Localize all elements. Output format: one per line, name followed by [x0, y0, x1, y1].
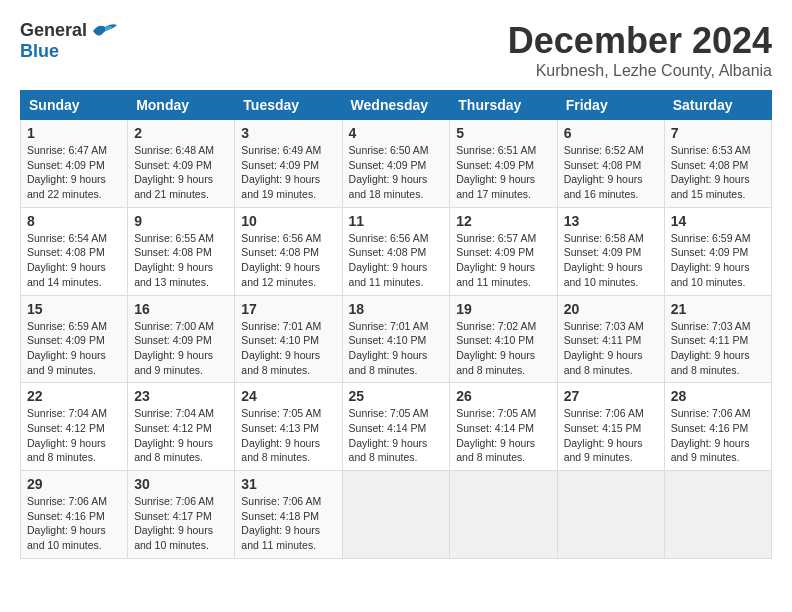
day-number: 9 [134, 213, 228, 229]
day-details: Sunrise: 7:06 AMSunset: 4:16 PMDaylight:… [27, 494, 121, 553]
calendar-cell: 2Sunrise: 6:48 AMSunset: 4:09 PMDaylight… [128, 120, 235, 208]
day-details: Sunrise: 6:54 AMSunset: 4:08 PMDaylight:… [27, 231, 121, 290]
day-details: Sunrise: 6:49 AMSunset: 4:09 PMDaylight:… [241, 143, 335, 202]
day-number: 30 [134, 476, 228, 492]
calendar-cell: 26Sunrise: 7:05 AMSunset: 4:14 PMDayligh… [450, 383, 557, 471]
day-details: Sunrise: 7:04 AMSunset: 4:12 PMDaylight:… [27, 406, 121, 465]
calendar-cell: 6Sunrise: 6:52 AMSunset: 4:08 PMDaylight… [557, 120, 664, 208]
day-number: 12 [456, 213, 550, 229]
calendar-cell: 13Sunrise: 6:58 AMSunset: 4:09 PMDayligh… [557, 207, 664, 295]
day-header-thursday: Thursday [450, 91, 557, 120]
day-details: Sunrise: 7:03 AMSunset: 4:11 PMDaylight:… [671, 319, 765, 378]
day-header-friday: Friday [557, 91, 664, 120]
subtitle: Kurbnesh, Lezhe County, Albania [508, 62, 772, 80]
day-details: Sunrise: 6:56 AMSunset: 4:08 PMDaylight:… [349, 231, 444, 290]
calendar-cell [557, 471, 664, 559]
day-number: 23 [134, 388, 228, 404]
calendar-cell: 16Sunrise: 7:00 AMSunset: 4:09 PMDayligh… [128, 295, 235, 383]
calendar-cell: 4Sunrise: 6:50 AMSunset: 4:09 PMDaylight… [342, 120, 450, 208]
day-number: 8 [27, 213, 121, 229]
day-details: Sunrise: 7:01 AMSunset: 4:10 PMDaylight:… [349, 319, 444, 378]
day-details: Sunrise: 7:06 AMSunset: 4:15 PMDaylight:… [564, 406, 658, 465]
calendar-cell: 19Sunrise: 7:02 AMSunset: 4:10 PMDayligh… [450, 295, 557, 383]
calendar-week-4: 22Sunrise: 7:04 AMSunset: 4:12 PMDayligh… [21, 383, 772, 471]
day-number: 6 [564, 125, 658, 141]
day-details: Sunrise: 7:05 AMSunset: 4:14 PMDaylight:… [349, 406, 444, 465]
logo: General Blue [20, 20, 119, 62]
day-number: 18 [349, 301, 444, 317]
day-number: 15 [27, 301, 121, 317]
day-number: 21 [671, 301, 765, 317]
day-details: Sunrise: 6:59 AMSunset: 4:09 PMDaylight:… [671, 231, 765, 290]
day-number: 5 [456, 125, 550, 141]
day-number: 31 [241, 476, 335, 492]
day-details: Sunrise: 6:57 AMSunset: 4:09 PMDaylight:… [456, 231, 550, 290]
calendar-week-1: 1Sunrise: 6:47 AMSunset: 4:09 PMDaylight… [21, 120, 772, 208]
day-number: 22 [27, 388, 121, 404]
day-details: Sunrise: 7:02 AMSunset: 4:10 PMDaylight:… [456, 319, 550, 378]
day-details: Sunrise: 7:05 AMSunset: 4:14 PMDaylight:… [456, 406, 550, 465]
calendar-week-2: 8Sunrise: 6:54 AMSunset: 4:08 PMDaylight… [21, 207, 772, 295]
day-details: Sunrise: 6:50 AMSunset: 4:09 PMDaylight:… [349, 143, 444, 202]
logo-blue-text: Blue [20, 41, 59, 62]
day-number: 20 [564, 301, 658, 317]
calendar-cell: 21Sunrise: 7:03 AMSunset: 4:11 PMDayligh… [664, 295, 771, 383]
calendar-header-row: SundayMondayTuesdayWednesdayThursdayFrid… [21, 91, 772, 120]
day-details: Sunrise: 6:47 AMSunset: 4:09 PMDaylight:… [27, 143, 121, 202]
day-details: Sunrise: 7:04 AMSunset: 4:12 PMDaylight:… [134, 406, 228, 465]
day-details: Sunrise: 6:56 AMSunset: 4:08 PMDaylight:… [241, 231, 335, 290]
calendar-cell: 28Sunrise: 7:06 AMSunset: 4:16 PMDayligh… [664, 383, 771, 471]
calendar-cell: 20Sunrise: 7:03 AMSunset: 4:11 PMDayligh… [557, 295, 664, 383]
day-details: Sunrise: 6:58 AMSunset: 4:09 PMDaylight:… [564, 231, 658, 290]
day-number: 13 [564, 213, 658, 229]
day-details: Sunrise: 6:59 AMSunset: 4:09 PMDaylight:… [27, 319, 121, 378]
calendar-cell: 10Sunrise: 6:56 AMSunset: 4:08 PMDayligh… [235, 207, 342, 295]
calendar-cell [664, 471, 771, 559]
day-number: 16 [134, 301, 228, 317]
calendar-cell: 15Sunrise: 6:59 AMSunset: 4:09 PMDayligh… [21, 295, 128, 383]
calendar-cell: 14Sunrise: 6:59 AMSunset: 4:09 PMDayligh… [664, 207, 771, 295]
calendar-week-5: 29Sunrise: 7:06 AMSunset: 4:16 PMDayligh… [21, 471, 772, 559]
day-details: Sunrise: 7:06 AMSunset: 4:17 PMDaylight:… [134, 494, 228, 553]
calendar-cell: 8Sunrise: 6:54 AMSunset: 4:08 PMDaylight… [21, 207, 128, 295]
calendar-cell: 1Sunrise: 6:47 AMSunset: 4:09 PMDaylight… [21, 120, 128, 208]
day-number: 14 [671, 213, 765, 229]
day-details: Sunrise: 7:05 AMSunset: 4:13 PMDaylight:… [241, 406, 335, 465]
day-number: 24 [241, 388, 335, 404]
day-details: Sunrise: 6:55 AMSunset: 4:08 PMDaylight:… [134, 231, 228, 290]
calendar-cell: 27Sunrise: 7:06 AMSunset: 4:15 PMDayligh… [557, 383, 664, 471]
day-header-monday: Monday [128, 91, 235, 120]
main-title: December 2024 [508, 20, 772, 62]
calendar-cell: 24Sunrise: 7:05 AMSunset: 4:13 PMDayligh… [235, 383, 342, 471]
day-number: 27 [564, 388, 658, 404]
day-details: Sunrise: 6:48 AMSunset: 4:09 PMDaylight:… [134, 143, 228, 202]
calendar-cell: 18Sunrise: 7:01 AMSunset: 4:10 PMDayligh… [342, 295, 450, 383]
day-number: 2 [134, 125, 228, 141]
calendar-cell: 5Sunrise: 6:51 AMSunset: 4:09 PMDaylight… [450, 120, 557, 208]
day-number: 10 [241, 213, 335, 229]
day-details: Sunrise: 7:03 AMSunset: 4:11 PMDaylight:… [564, 319, 658, 378]
calendar-cell: 11Sunrise: 6:56 AMSunset: 4:08 PMDayligh… [342, 207, 450, 295]
day-details: Sunrise: 6:51 AMSunset: 4:09 PMDaylight:… [456, 143, 550, 202]
header: General Blue December 2024 Kurbnesh, Lez… [20, 20, 772, 80]
day-details: Sunrise: 7:01 AMSunset: 4:10 PMDaylight:… [241, 319, 335, 378]
day-number: 7 [671, 125, 765, 141]
calendar-cell [342, 471, 450, 559]
title-section: December 2024 Kurbnesh, Lezhe County, Al… [508, 20, 772, 80]
calendar-cell: 30Sunrise: 7:06 AMSunset: 4:17 PMDayligh… [128, 471, 235, 559]
day-number: 3 [241, 125, 335, 141]
calendar-cell: 7Sunrise: 6:53 AMSunset: 4:08 PMDaylight… [664, 120, 771, 208]
calendar-cell: 23Sunrise: 7:04 AMSunset: 4:12 PMDayligh… [128, 383, 235, 471]
calendar-cell: 22Sunrise: 7:04 AMSunset: 4:12 PMDayligh… [21, 383, 128, 471]
calendar-cell: 29Sunrise: 7:06 AMSunset: 4:16 PMDayligh… [21, 471, 128, 559]
logo-general-text: General [20, 20, 87, 41]
day-number: 1 [27, 125, 121, 141]
day-details: Sunrise: 6:52 AMSunset: 4:08 PMDaylight:… [564, 143, 658, 202]
day-header-wednesday: Wednesday [342, 91, 450, 120]
logo-bird-icon [91, 21, 119, 41]
day-details: Sunrise: 6:53 AMSunset: 4:08 PMDaylight:… [671, 143, 765, 202]
day-details: Sunrise: 7:06 AMSunset: 4:16 PMDaylight:… [671, 406, 765, 465]
day-header-saturday: Saturday [664, 91, 771, 120]
day-number: 25 [349, 388, 444, 404]
calendar-cell: 12Sunrise: 6:57 AMSunset: 4:09 PMDayligh… [450, 207, 557, 295]
